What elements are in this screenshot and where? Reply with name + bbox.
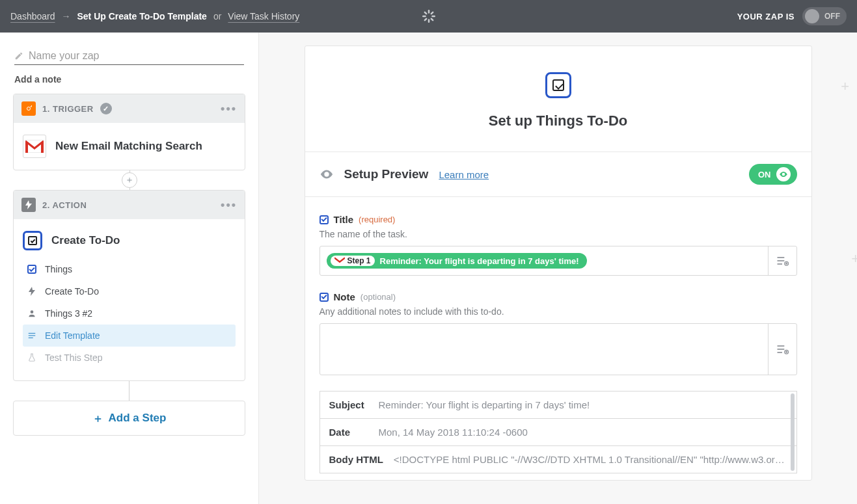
trigger-badge-icon xyxy=(21,101,36,116)
things-app-icon xyxy=(23,231,42,250)
svg-point-10 xyxy=(31,310,34,313)
substep-label: Things xyxy=(45,264,72,274)
toggle-off-label: OFF xyxy=(824,12,840,21)
zap-enabled-toggle[interactable]: OFF xyxy=(802,7,847,25)
background-plus-icon: + xyxy=(851,250,857,267)
breadcrumb-or: or xyxy=(213,11,221,21)
substep-label: Test This Step xyxy=(45,352,102,363)
step-chip: Step 1 xyxy=(331,256,375,266)
data-key: Body HTML xyxy=(329,454,383,465)
learn-more-link[interactable]: Learn more xyxy=(439,169,489,180)
add-step-label: Add a Step xyxy=(109,412,167,425)
bolt-icon xyxy=(27,286,37,297)
insert-field-button[interactable] xyxy=(768,324,796,375)
svg-rect-16 xyxy=(778,260,785,261)
things-small-icon xyxy=(320,215,329,224)
eye-icon xyxy=(320,167,334,181)
zap-status: YOUR ZAP IS OFF xyxy=(737,7,847,25)
svg-rect-0 xyxy=(428,10,429,14)
sample-data-list: Subject Reminder: Your flight is departi… xyxy=(320,391,797,473)
svg-rect-4 xyxy=(430,11,434,15)
field-name: Note xyxy=(334,291,355,302)
background-plus-icon: + xyxy=(841,78,849,95)
breadcrumb-dashboard[interactable]: Dashboard xyxy=(10,11,55,21)
data-row[interactable]: Date Mon, 14 May 2018 11:10:24 -0600 xyxy=(320,419,797,446)
preview-title: Setup Preview xyxy=(344,167,429,181)
step-connector: ＋ xyxy=(13,170,245,190)
add-step-between-button[interactable]: ＋ xyxy=(122,172,137,188)
note-field-help: Any additional notes to include with thi… xyxy=(320,306,797,317)
data-value: <!DOCTYPE html PUBLIC "-//W3C//DTD XHTML… xyxy=(394,454,787,465)
person-icon xyxy=(27,308,37,319)
substep-test[interactable]: Test This Step xyxy=(23,347,236,369)
step-menu-button[interactable]: ••• xyxy=(221,102,237,116)
substep-app[interactable]: Things xyxy=(23,258,236,280)
add-step-button[interactable]: ＋ Add a Step xyxy=(13,401,245,436)
action-title: Create To-Do xyxy=(51,234,120,247)
step-head-action[interactable]: 2. ACTION ••• xyxy=(14,191,245,219)
svg-rect-21 xyxy=(778,352,783,353)
required-marker: (required) xyxy=(359,215,395,224)
breadcrumb: Dashboard → Set Up Create To-Do Template… xyxy=(10,11,299,21)
connector-line xyxy=(129,381,129,401)
pencil-icon xyxy=(14,51,23,60)
zap-name-input[interactable] xyxy=(29,50,244,62)
svg-rect-5 xyxy=(424,18,428,21)
action-badge-icon xyxy=(21,198,36,212)
svg-rect-9 xyxy=(25,140,44,153)
optional-marker: (optional) xyxy=(360,292,396,302)
step-card-action: 2. ACTION ••• Create To-Do Things xyxy=(13,190,245,381)
step-head-label: 1. TRIGGER xyxy=(42,104,94,114)
zap-name-row xyxy=(14,47,244,65)
title-field-label: Title (required) xyxy=(320,214,797,225)
breadcrumb-history[interactable]: View Task History xyxy=(228,11,299,21)
data-row[interactable]: Body HTML <!DOCTYPE html PUBLIC "-//W3C/… xyxy=(320,446,797,473)
data-row[interactable]: Subject Reminder: Your flight is departi… xyxy=(320,391,797,419)
note-field-input[interactable] xyxy=(320,323,797,375)
check-circle-icon: ✓ xyxy=(100,103,112,114)
svg-rect-12 xyxy=(29,335,36,336)
preview-toggle[interactable]: ON xyxy=(749,164,797,185)
data-value: Reminder: Your flight is departing in 7 … xyxy=(379,399,787,410)
add-note-link[interactable]: Add a note xyxy=(13,70,62,94)
insert-field-button[interactable] xyxy=(768,246,796,275)
svg-rect-6 xyxy=(424,11,428,15)
substep-account[interactable]: Things 3 #2 xyxy=(23,302,236,325)
flask-icon xyxy=(27,352,37,363)
form-area: Title (required) The name of the task. S… xyxy=(305,197,811,480)
step-head-trigger[interactable]: 1. TRIGGER ✓ ••• xyxy=(14,94,245,123)
data-value: Mon, 14 May 2018 11:10:24 -0600 xyxy=(379,427,787,438)
svg-rect-19 xyxy=(778,345,785,347)
substep-label: Edit Template xyxy=(45,330,100,341)
svg-point-8 xyxy=(27,107,31,111)
toggle-knob xyxy=(805,9,819,23)
eye-icon xyxy=(776,167,791,181)
title-field-help: The name of the task. xyxy=(320,229,797,239)
svg-rect-17 xyxy=(778,263,783,265)
substep-action[interactable]: Create To-Do xyxy=(23,280,236,302)
svg-rect-2 xyxy=(422,16,426,18)
svg-rect-7 xyxy=(430,18,434,21)
data-key: Subject xyxy=(329,399,368,410)
things-small-icon xyxy=(27,264,37,274)
substep-edit-template[interactable]: Edit Template xyxy=(23,325,236,347)
plus-icon: ＋ xyxy=(92,411,103,426)
panel-hero: Set up Things To-Do xyxy=(305,46,811,152)
things-large-icon xyxy=(545,72,571,98)
arrow-right-icon: → xyxy=(62,11,71,21)
svg-rect-11 xyxy=(29,333,36,334)
setup-preview-bar: Setup Preview Learn more ON xyxy=(305,152,811,197)
scrollbar[interactable] xyxy=(791,393,795,471)
title-field-input[interactable]: Step 1 Reminder: Your flight is departin… xyxy=(320,246,797,276)
main-panel: Set up Things To-Do Setup Preview Learn … xyxy=(305,46,812,481)
mapped-field-pill[interactable]: Step 1 Reminder: Your flight is departin… xyxy=(327,253,587,269)
pill-text: Reminder: Your flight is departing in 7 … xyxy=(380,256,579,266)
substep-label: Create To-Do xyxy=(45,286,99,297)
step-menu-button[interactable]: ••• xyxy=(221,198,237,212)
svg-rect-1 xyxy=(428,19,429,23)
list-icon xyxy=(27,330,37,341)
preview-on-label: ON xyxy=(758,170,771,179)
left-sidebar: Add a note 1. TRIGGER ✓ ••• New Email Ma… xyxy=(0,33,259,504)
things-small-icon xyxy=(320,293,329,302)
gmail-app-icon xyxy=(23,135,46,158)
